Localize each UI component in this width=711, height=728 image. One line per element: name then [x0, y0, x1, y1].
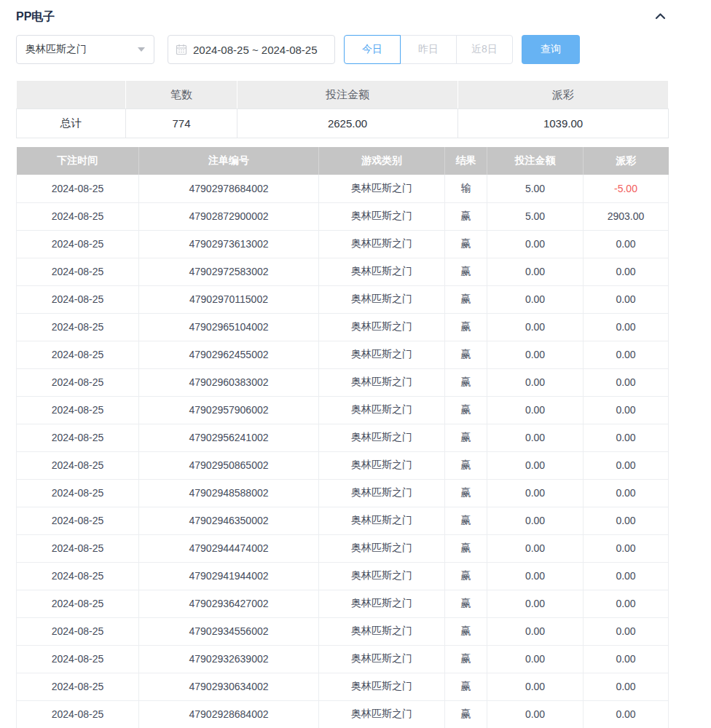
- order-number-cell: 47902932639002: [139, 645, 319, 673]
- bet-time-cell: 2024-08-25: [17, 368, 139, 396]
- bet-time-cell: 2024-08-25: [17, 285, 139, 313]
- records-header-payout: 派彩: [584, 147, 669, 175]
- bet-time-cell: 2024-08-25: [17, 562, 139, 590]
- result-cell: 赢: [445, 645, 487, 673]
- bet-time-cell: 2024-08-25: [17, 700, 139, 728]
- table-row: 2024-08-2547902960383002奥林匹斯之门赢0.000.00: [17, 368, 669, 396]
- table-row: 2024-08-2547902962455002奥林匹斯之门赢0.000.00: [17, 341, 669, 368]
- bet-time-cell: 2024-08-25: [17, 341, 139, 368]
- records-header-row: 下注时间 注单编号 游戏类别 结果 投注金额 派彩: [17, 147, 669, 175]
- chevron-up-icon: [654, 11, 667, 23]
- table-row: 2024-08-2547902956241002奥林匹斯之门赢0.000.00: [17, 424, 669, 451]
- order-number-cell: 47902930634002: [139, 673, 319, 700]
- order-number-cell: 47902872900002: [139, 202, 319, 230]
- game-type-cell: 奥林匹斯之门: [319, 175, 445, 202]
- game-select[interactable]: 奥林匹斯之门: [16, 35, 154, 64]
- game-type-cell: 奥林匹斯之门: [319, 230, 445, 258]
- records-header-bet-amount: 投注金额: [487, 147, 584, 175]
- bet-amount-cell: 0.00: [487, 645, 584, 673]
- game-type-cell: 奥林匹斯之门: [319, 673, 445, 700]
- result-cell: 赢: [445, 230, 487, 258]
- payout-cell: 0.00: [584, 617, 669, 645]
- order-number-cell: 47902970115002: [139, 285, 319, 313]
- result-cell: 赢: [445, 368, 487, 396]
- bet-amount-cell: 0.00: [487, 590, 584, 617]
- order-number-cell: 47902965104002: [139, 313, 319, 341]
- bet-time-cell: 2024-08-25: [17, 451, 139, 479]
- summary-total-bet-amount: 2625.00: [237, 109, 458, 138]
- table-row: 2024-08-2547902978684002奥林匹斯之门输5.00-5.00: [17, 175, 669, 202]
- payout-cell: 0.00: [584, 451, 669, 479]
- summary-header-bet-amount: 投注金额: [237, 81, 458, 109]
- payout-cell: 0.00: [584, 673, 669, 700]
- summary-header-payout: 派彩: [458, 81, 669, 109]
- game-type-cell: 奥林匹斯之门: [319, 534, 445, 562]
- game-type-cell: 奥林匹斯之门: [319, 368, 445, 396]
- bet-time-cell: 2024-08-25: [17, 534, 139, 562]
- game-type-cell: 奥林匹斯之门: [319, 341, 445, 368]
- summary-total-label: 总计: [17, 109, 126, 138]
- result-cell: 赢: [445, 534, 487, 562]
- game-type-cell: 奥林匹斯之门: [319, 590, 445, 617]
- payout-cell: 0.00: [584, 590, 669, 617]
- bet-amount-cell: 0.00: [487, 700, 584, 728]
- payout-cell: 0.00: [584, 645, 669, 673]
- bet-time-cell: 2024-08-25: [17, 590, 139, 617]
- payout-cell: 0.00: [584, 313, 669, 341]
- result-cell: 赢: [445, 258, 487, 285]
- summary-total-row: 总计 774 2625.00 1039.00: [17, 109, 669, 138]
- game-type-cell: 奥林匹斯之门: [319, 645, 445, 673]
- game-type-cell: 奥林匹斯之门: [319, 285, 445, 313]
- result-cell: 赢: [445, 700, 487, 728]
- bet-amount-cell: 0.00: [487, 562, 584, 590]
- order-number-cell: 47902941944002: [139, 562, 319, 590]
- betting-records-panel: PP电子 奥林匹斯之门 2024-08-25 ~ 20: [16, 0, 668, 728]
- table-row: 2024-08-2547902941944002奥林匹斯之门赢0.000.00: [17, 562, 669, 590]
- order-number-cell: 47902956241002: [139, 424, 319, 451]
- bet-amount-cell: 0.00: [487, 424, 584, 451]
- payout-cell: 2903.00: [584, 202, 669, 230]
- table-row: 2024-08-2547902948588002奥林匹斯之门赢0.000.00: [17, 479, 669, 507]
- order-number-cell: 47902973613002: [139, 230, 319, 258]
- result-cell: 赢: [445, 451, 487, 479]
- payout-cell: 0.00: [584, 396, 669, 424]
- yesterday-button[interactable]: 昨日: [400, 35, 457, 64]
- payout-cell: 0.00: [584, 341, 669, 368]
- bet-amount-cell: 0.00: [487, 507, 584, 534]
- result-cell: 赢: [445, 507, 487, 534]
- payout-cell: 0.00: [584, 258, 669, 285]
- records-header-game-type: 游戏类别: [319, 147, 445, 175]
- bet-time-cell: 2024-08-25: [17, 230, 139, 258]
- payout-cell: 0.00: [584, 507, 669, 534]
- page-title: PP电子: [16, 9, 55, 25]
- bet-time-cell: 2024-08-25: [17, 396, 139, 424]
- result-cell: 赢: [445, 424, 487, 451]
- collapse-panel-button[interactable]: [653, 9, 668, 25]
- order-number-cell: 47902962455002: [139, 341, 319, 368]
- result-cell: 赢: [445, 313, 487, 341]
- result-cell: 赢: [445, 617, 487, 645]
- summary-total-count: 774: [126, 109, 237, 138]
- table-row: 2024-08-2547902946350002奥林匹斯之门赢0.000.00: [17, 507, 669, 534]
- quick-date-buttons: 今日 昨日 近8日: [344, 35, 513, 64]
- records-header-order-number: 注单编号: [139, 147, 319, 175]
- payout-cell: 0.00: [584, 534, 669, 562]
- result-cell: 赢: [445, 341, 487, 368]
- bet-time-cell: 2024-08-25: [17, 175, 139, 202]
- result-cell: 输: [445, 175, 487, 202]
- result-cell: 赢: [445, 396, 487, 424]
- panel-header: PP电子: [16, 7, 668, 26]
- result-cell: 赢: [445, 562, 487, 590]
- game-type-cell: 奥林匹斯之门: [319, 617, 445, 645]
- today-button[interactable]: 今日: [344, 35, 401, 64]
- last-8-days-button[interactable]: 近8日: [456, 35, 513, 64]
- date-range-input[interactable]: 2024-08-25 ~ 2024-08-25: [168, 35, 335, 64]
- bet-amount-cell: 0.00: [487, 617, 584, 645]
- bet-time-cell: 2024-08-25: [17, 424, 139, 451]
- bet-amount-cell: 0.00: [487, 479, 584, 507]
- filter-bar: 奥林匹斯之门 2024-08-25 ~ 2024-08-25 今日 昨日 近8日: [16, 35, 668, 64]
- game-type-cell: 奥林匹斯之门: [319, 451, 445, 479]
- search-button[interactable]: 查询: [522, 35, 580, 64]
- table-row: 2024-08-2547902944474002奥林匹斯之门赢0.000.00: [17, 534, 669, 562]
- result-cell: 赢: [445, 285, 487, 313]
